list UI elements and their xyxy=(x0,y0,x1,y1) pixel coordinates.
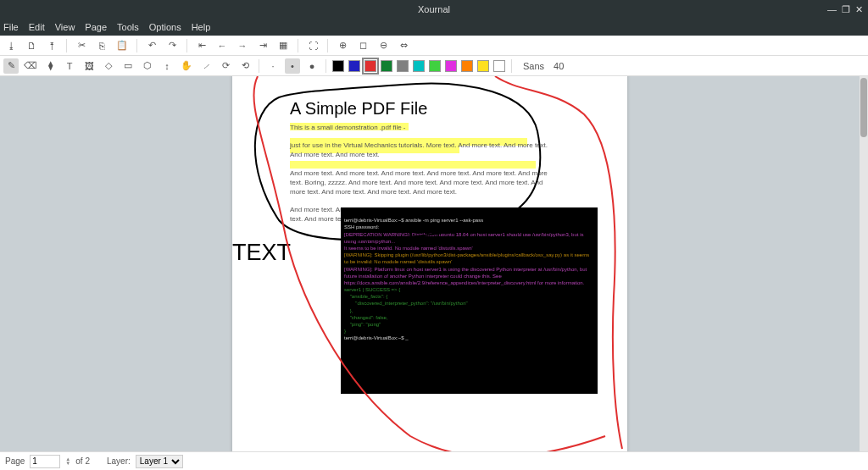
cut-icon[interactable]: ✂ xyxy=(74,38,89,53)
color-orange[interactable] xyxy=(461,60,473,72)
zoom-fit-icon[interactable]: ▦ xyxy=(275,38,291,53)
layer-label: Layer: xyxy=(107,456,131,466)
scroll-thumb[interactable] xyxy=(860,78,867,137)
highlighter-tool[interactable]: ⧫ xyxy=(42,58,58,74)
eraser-tool[interactable]: ⌫ xyxy=(23,58,38,74)
open-icon[interactable]: ⭱ xyxy=(44,38,59,53)
medium-dot[interactable]: • xyxy=(285,58,300,74)
new-icon[interactable]: 🗋 xyxy=(24,38,39,53)
thin-dot[interactable]: · xyxy=(265,58,281,74)
menu-options[interactable]: Options xyxy=(149,22,181,32)
copy-icon[interactable]: ⎘ xyxy=(94,38,109,53)
color-magenta[interactable] xyxy=(445,60,457,72)
status-bar: Page ▲▼ of 2 Layer: Layer 1 xyxy=(0,451,868,470)
text-tool[interactable]: T xyxy=(62,58,77,74)
main-toolbar: ⭳🗋⭱✂⎘📋↶↷⇤←→⇥▦⛶⊕◻⊖⇔ xyxy=(0,36,868,56)
menu-edit[interactable]: Edit xyxy=(29,22,45,32)
pen-tool[interactable]: ✎ xyxy=(3,58,19,74)
menu-page[interactable]: Page xyxy=(85,22,107,32)
tools-toolbar: ✎⌫⧫T🖼◇▭⬡↕✋⟋⟳⟲·•●Sans40 xyxy=(0,56,868,76)
page-of-label: of 2 xyxy=(75,456,90,466)
menu-view[interactable]: View xyxy=(55,22,75,32)
embedded-image: terri@debris-VirtualBox:~$ ansible -m pi… xyxy=(341,207,598,394)
canvas-area[interactable]: A Simple PDF File This is a small demons… xyxy=(0,76,860,451)
color-cyan[interactable] xyxy=(413,60,425,72)
color-red[interactable] xyxy=(364,60,376,72)
thick-dot[interactable]: ● xyxy=(304,58,320,74)
pdf-title: A Simple PDF File xyxy=(290,99,427,119)
page-label: Page xyxy=(5,456,25,466)
save-icon[interactable]: ⭳ xyxy=(3,38,19,53)
undo-icon[interactable]: ↶ xyxy=(144,38,159,53)
next-page-icon[interactable]: → xyxy=(235,38,250,53)
prev-page-icon[interactable]: ← xyxy=(214,38,230,53)
color-gray[interactable] xyxy=(397,60,409,72)
zoom-out-icon[interactable]: ⊖ xyxy=(376,38,391,53)
close-button[interactable]: ✕ xyxy=(855,4,863,15)
menu-help[interactable]: Help xyxy=(192,22,211,32)
page-spinner[interactable]: ▲▼ xyxy=(65,457,70,466)
menu-tools[interactable]: Tools xyxy=(117,22,139,32)
vertical-scrollbar[interactable] xyxy=(860,76,868,451)
color-green[interactable] xyxy=(381,60,392,72)
zoom-100-icon[interactable]: ◻ xyxy=(355,38,370,53)
paste-icon[interactable]: 📋 xyxy=(114,38,130,53)
color-lime[interactable] xyxy=(429,60,441,72)
font-size[interactable]: 40 xyxy=(554,61,564,71)
page-number-input[interactable] xyxy=(30,455,60,468)
layer-select[interactable]: Layer 1 xyxy=(136,455,183,468)
color-blue[interactable] xyxy=(348,60,360,72)
page-width-icon[interactable]: ⇔ xyxy=(396,38,411,53)
minimize-button[interactable]: — xyxy=(827,4,837,14)
image-tool[interactable]: 🖼 xyxy=(81,58,97,74)
color-black[interactable] xyxy=(332,60,344,72)
first-page-icon[interactable]: ⇤ xyxy=(194,38,209,53)
color-yellow[interactable] xyxy=(477,60,489,72)
ruler-tool[interactable]: ⟋ xyxy=(198,58,214,74)
zoom-in-icon[interactable]: ⊕ xyxy=(335,38,350,53)
document-page[interactable]: A Simple PDF File This is a small demons… xyxy=(232,76,627,451)
window-title: Xournal xyxy=(418,4,450,14)
default-tool[interactable]: ⟲ xyxy=(237,58,253,74)
select-rect-tool[interactable]: ▭ xyxy=(120,58,136,74)
last-page-icon[interactable]: ⇥ xyxy=(255,38,270,53)
fullscreen-icon[interactable]: ⛶ xyxy=(305,38,320,53)
menu-file[interactable]: File xyxy=(3,22,19,32)
titlebar: Xournal — ❐ ✕ xyxy=(0,0,868,19)
select-region-tool[interactable]: ⬡ xyxy=(140,58,155,74)
hand-tool[interactable]: ✋ xyxy=(179,58,194,74)
shape-tool[interactable]: ◇ xyxy=(101,58,116,74)
maximize-button[interactable]: ❐ xyxy=(842,4,850,15)
text-annotation[interactable]: TEXT xyxy=(232,240,291,266)
menubar: File Edit View Page Tools Options Help xyxy=(0,19,868,36)
vspace-tool[interactable]: ↕ xyxy=(159,58,175,74)
font-name[interactable]: Sans xyxy=(523,61,544,71)
color-white[interactable] xyxy=(493,60,505,72)
recognizer-tool[interactable]: ⟳ xyxy=(218,58,233,74)
redo-icon[interactable]: ↷ xyxy=(164,38,180,53)
